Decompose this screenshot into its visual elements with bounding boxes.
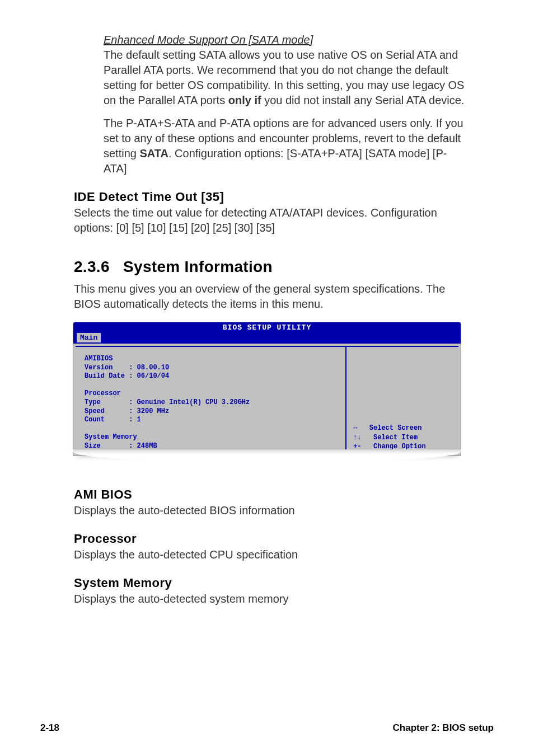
page-footer: 2-18 Chapter 2: BIOS setup [34, 722, 500, 734]
para1-bold: only if [228, 94, 261, 106]
enhanced-mode-para2: The P-ATA+S-ATA and P-ATA options are fo… [104, 116, 467, 176]
ami-bios-body: Displays the auto-detected BIOS informat… [74, 503, 467, 518]
bios-right-panel: ↔ Select Screen ↑↓ Select Item +- Change… [346, 346, 458, 456]
bios-left-panel: AMIBIOS Version : 08.00.10 Build Date : … [76, 346, 346, 456]
footer-right: Chapter 2: BIOS setup [393, 722, 494, 734]
page: Enhanced Mode Support On [SATA mode] The… [0, 0, 534, 756]
enhanced-mode-section: Enhanced Mode Support On [SATA mode] The… [104, 34, 467, 176]
processor-label: Processor [85, 389, 336, 398]
bios-tabs: Main [73, 333, 461, 344]
bios-nav-help: ↔ Select Screen ↑↓ Select Item +- Change… [353, 424, 426, 451]
sysinfo-section: 2.3.6 System Information This menu gives… [74, 236, 467, 312]
sysinfo-heading: 2.3.6 System Information [74, 258, 467, 276]
nav-select-screen-label: Select Screen [369, 424, 422, 432]
bios-build-date: Build Date : 06/10/04 [85, 372, 336, 381]
para1-b: you did not install any Serial ATA devic… [261, 94, 465, 106]
enhanced-mode-title: Enhanced Mode Support On [SATA mode] [104, 34, 467, 46]
enhanced-mode-para1: The default setting SATA allows you to u… [104, 48, 467, 108]
bios-version: Version : 08.00.10 [85, 364, 336, 373]
bios-body: AMIBIOS Version : 08.00.10 Build Date : … [73, 344, 461, 456]
nav-select-item: ↑↓ Select Item [353, 433, 426, 442]
sysinfo-heading-text: System Information [123, 258, 273, 275]
bios-screenshot: BIOS SETUP UTILITY Main AMIBIOS Version … [73, 322, 461, 456]
ide-detect-section: IDE Detect Time Out [35] Selects the tim… [74, 176, 467, 236]
bios-bottom-curve [73, 449, 461, 463]
nav-select-item-label: Select Item [373, 434, 418, 442]
footer-left: 2-18 [40, 722, 59, 734]
processor-heading: Processor [74, 532, 467, 546]
ide-detect-heading: IDE Detect Time Out [35] [74, 190, 467, 204]
system-memory-heading: System Memory [74, 576, 467, 590]
sysinfo-intro: This menu gives you an overview of the g… [74, 281, 467, 312]
bios-title: BIOS SETUP UTILITY [73, 322, 461, 333]
amibios-label: AMIBIOS [85, 355, 336, 364]
cpu-count: Count : 1 [85, 416, 336, 425]
arrow-lr-icon: ↔ [353, 424, 357, 432]
cpu-type: Type : Genuine Intel(R) CPU 3.20GHz [85, 398, 336, 407]
ami-bios-heading: AMI BIOS [74, 487, 467, 502]
ide-detect-body: Selects the time out value for detecting… [74, 205, 467, 236]
cpu-speed: Speed : 3200 MHz [85, 407, 336, 416]
processor-body: Displays the auto-detected CPU specifica… [74, 547, 467, 562]
para2-bold: SATA [139, 147, 168, 159]
arrow-ud-icon: ↑↓ [353, 434, 361, 442]
bios-tab-main: Main [77, 333, 101, 342]
subsections: AMI BIOS Displays the auto-detected BIOS… [74, 474, 467, 607]
nav-select-screen: ↔ Select Screen [353, 424, 426, 433]
sysinfo-heading-num: 2.3.6 [74, 258, 110, 275]
system-memory-body: Displays the auto-detected system memory [74, 591, 467, 607]
sysmem-label: System Memory [85, 433, 336, 442]
